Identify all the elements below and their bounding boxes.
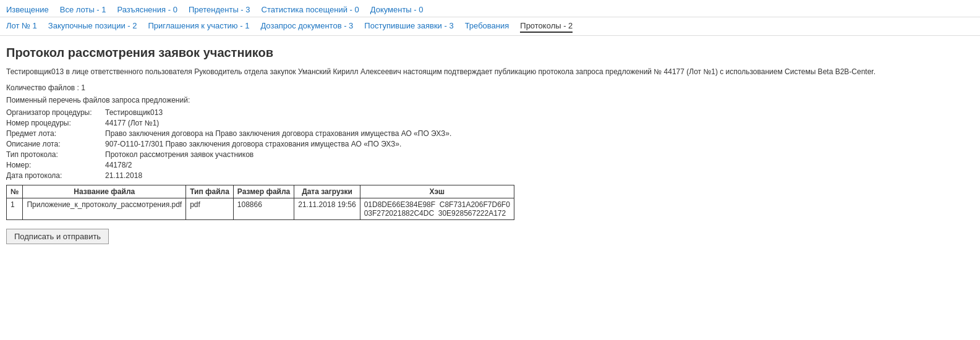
info-label-5: Номер: bbox=[6, 161, 105, 169]
top-nav-item-3[interactable]: Претенденты - 3 bbox=[189, 5, 250, 14]
info-row-3: Описание лота: 907-О110-17/301 Право зак… bbox=[6, 140, 974, 148]
files-list-label: Поименный перечень файлов запроса предло… bbox=[6, 96, 974, 104]
info-row-0: Организатор процедуры: Тестировщик013 bbox=[6, 108, 974, 117]
top-nav-item-4[interactable]: Статистика посещений - 0 bbox=[262, 5, 359, 14]
cell-date: 21.11.2018 19:56 bbox=[294, 198, 360, 220]
info-label-6: Дата протокола: bbox=[6, 171, 105, 180]
page-title: Протокол рассмотрения заявок участников bbox=[6, 46, 974, 60]
table-row: 1Приложение_к_протоколу_рассмотрения.pdf… bbox=[7, 198, 514, 220]
second-nav: Лот № 1 Закупочные позиции - 2 Приглашен… bbox=[0, 17, 980, 36]
info-row-4: Тип протокола: Протокол рассмотрения зая… bbox=[6, 150, 974, 159]
info-row-5: Номер: 44178/2 bbox=[6, 161, 974, 169]
info-row-6: Дата протокола: 21.11.2018 bbox=[6, 171, 974, 180]
sign-button[interactable]: Подписать и отправить bbox=[6, 229, 109, 244]
info-label-1: Номер процедуры: bbox=[6, 119, 105, 127]
top-nav-item-2[interactable]: Разъяснения - 0 bbox=[117, 5, 177, 14]
col-header-filename: Название файла bbox=[23, 185, 186, 198]
top-nav-item-0[interactable]: Извещение bbox=[6, 5, 49, 14]
table-header-row: № Название файла Тип файла Размер файла … bbox=[7, 185, 514, 198]
info-value-3: 907-О110-17/301 Право заключения договор… bbox=[105, 140, 401, 148]
cell-hash: 01D8DE66E384E98F C8F731A206F7D6F0 03F272… bbox=[360, 198, 514, 220]
info-value-5: 44178/2 bbox=[105, 161, 132, 169]
second-nav-item-0[interactable]: Лот № 1 bbox=[6, 21, 37, 33]
top-nav-item-5[interactable]: Документы - 0 bbox=[370, 5, 424, 14]
cell-num: 1 bbox=[7, 198, 23, 220]
second-nav-item-2[interactable]: Приглашения к участию - 1 bbox=[148, 21, 249, 33]
second-nav-item-4[interactable]: Поступившие заявки - 3 bbox=[364, 21, 453, 33]
col-header-num: № bbox=[7, 185, 23, 198]
description-text: Тестировщик013 в лице ответственного пол… bbox=[6, 66, 974, 77]
info-value-2: Право заключения договора на Право заклю… bbox=[105, 129, 451, 138]
second-nav-item-1[interactable]: Закупочные позиции - 2 bbox=[48, 21, 137, 33]
info-value-0: Тестировщик013 bbox=[105, 108, 163, 117]
main-content: Протокол рассмотрения заявок участников … bbox=[0, 36, 980, 254]
col-header-filesize: Размер файла bbox=[233, 185, 294, 198]
cell-filesize: 108866 bbox=[233, 198, 294, 220]
info-row-2: Предмет лота: Право заключения договора … bbox=[6, 129, 974, 138]
col-header-filetype: Тип файла bbox=[186, 185, 234, 198]
info-label-3: Описание лота: bbox=[6, 140, 105, 148]
info-label-0: Организатор процедуры: bbox=[6, 108, 105, 117]
files-table: № Название файла Тип файла Размер файла … bbox=[6, 185, 514, 220]
info-value-1: 44177 (Лот №1) bbox=[105, 119, 159, 127]
info-value-6: 21.11.2018 bbox=[105, 171, 142, 180]
info-value-4: Протокол рассмотрения заявок участников bbox=[105, 150, 254, 159]
cell-filename: Приложение_к_протоколу_рассмотрения.pdf bbox=[23, 198, 186, 220]
second-nav-item-6[interactable]: Протоколы - 2 bbox=[520, 21, 573, 33]
files-count: Количество файлов : 1 bbox=[6, 83, 974, 92]
second-nav-item-3[interactable]: Дозапрос документов - 3 bbox=[260, 21, 353, 33]
info-row-1: Номер процедуры: 44177 (Лот №1) bbox=[6, 119, 974, 127]
top-nav: Извещение Все лоты - 1 Разъяснения - 0 П… bbox=[0, 0, 980, 17]
info-section: Организатор процедуры: Тестировщик013 Но… bbox=[6, 108, 974, 180]
info-label-2: Предмет лота: bbox=[6, 129, 105, 138]
col-header-date: Дата загрузки bbox=[294, 185, 360, 198]
top-nav-item-1[interactable]: Все лоты - 1 bbox=[60, 5, 106, 14]
second-nav-item-5[interactable]: Требования bbox=[465, 21, 509, 33]
col-header-hash: Хэш bbox=[360, 185, 514, 198]
cell-filetype: pdf bbox=[186, 198, 234, 220]
info-label-4: Тип протокола: bbox=[6, 150, 105, 159]
